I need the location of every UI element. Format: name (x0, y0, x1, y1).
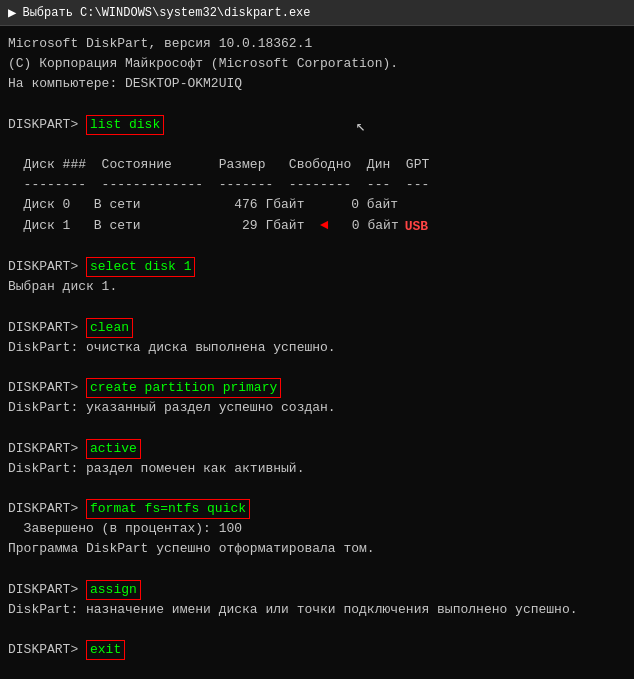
prompt-5: DISKPART> (8, 439, 86, 459)
blank-3 (8, 237, 626, 257)
cmd-box-select: select disk 1 (86, 257, 195, 277)
cmd-line-3: DISKPART> clean (8, 318, 626, 338)
cmd-box-format: format fs=ntfs quick (86, 499, 250, 519)
blank-2 (8, 135, 626, 155)
cmd-box-create: create partition primary (86, 378, 281, 398)
prompt-3: DISKPART> (8, 318, 86, 338)
prompt-4: DISKPART> (8, 378, 86, 398)
resp-clean: DiskPart: очистка диска выполнена успешн… (8, 338, 626, 358)
cmd-box-exit: exit (86, 640, 125, 660)
terminal-body: Microsoft DiskPart, версия 10.0.18362.1 … (0, 26, 634, 679)
prompt-2: DISKPART> (8, 257, 86, 277)
blank-8 (8, 559, 626, 579)
header-line-3: На компьютере: DESKTOP-OKM2UIQ (8, 74, 626, 94)
prompt-6: DISKPART> (8, 499, 86, 519)
cmd-box-clean: clean (86, 318, 133, 338)
cmd-line-6: DISKPART> format fs=ntfs quick (8, 499, 626, 519)
cmd-box-list-disk: list disk (86, 115, 164, 135)
cmd-box-assign: assign (86, 580, 141, 600)
cmd-line-1: DISKPART> list disk ↖ (8, 115, 626, 135)
prompt-8: DISKPART> (8, 640, 86, 660)
resp-active: DiskPart: раздел помечен как активный. (8, 459, 626, 479)
cmd-line-4: DISKPART> create partition primary (8, 378, 626, 398)
mouse-cursor: ↖ (356, 115, 366, 131)
resp-create: DiskPart: указанный раздел успешно созда… (8, 398, 626, 418)
blank-6 (8, 418, 626, 438)
blank-5 (8, 358, 626, 378)
resp-format-1: Завершено (в процентах): 100 (8, 519, 626, 539)
arrow-icon: ◄ (320, 217, 328, 233)
blank-9 (8, 620, 626, 640)
cmd-line-2: DISKPART> select disk 1 (8, 257, 626, 277)
title-bar-text: Выбрать C:\WINDOWS\system32\diskpart.exe (22, 6, 310, 20)
table-header: Диск ### Состояние Размер Свободно Дин G… (8, 155, 626, 175)
resp-assign: DiskPart: назначение имени диска или точ… (8, 600, 626, 620)
header-line-1: Microsoft DiskPart, версия 10.0.18362.1 (8, 34, 626, 54)
resp-format-2: Программа DiskPart успешно отформатирова… (8, 539, 626, 559)
blank-7 (8, 479, 626, 499)
prompt-1: DISKPART> (8, 115, 86, 135)
terminal-icon: ▶ (8, 4, 16, 21)
blank-4 (8, 297, 626, 317)
header-line-2: (С) Корпорация Майкрософт (Microsoft Cor… (8, 54, 626, 74)
prompt-7: DISKPART> (8, 580, 86, 600)
disk1-text: Диск 1 В сети 29 Гбайт ◄ 0 байт (8, 215, 399, 237)
cmd-box-active: active (86, 439, 141, 459)
cmd-line-8: DISKPART> exit (8, 640, 626, 660)
table-sep: -------- ------------- ------- -------- … (8, 175, 626, 195)
usb-label: USB (405, 219, 428, 234)
blank-1 (8, 94, 626, 114)
disk1-row: Диск 1 В сети 29 Гбайт ◄ 0 байт USB (8, 215, 626, 237)
cmd-line-5: DISKPART> active (8, 439, 626, 459)
title-bar: ▶ Выбрать C:\WINDOWS\system32\diskpart.e… (0, 0, 634, 26)
cmd-line-7: DISKPART> assign (8, 580, 626, 600)
cursor-area: ↖ (164, 115, 336, 135)
resp-select: Выбран диск 1. (8, 277, 626, 297)
disk0-row: Диск 0 В сети 476 Гбайт 0 байт (8, 195, 626, 215)
